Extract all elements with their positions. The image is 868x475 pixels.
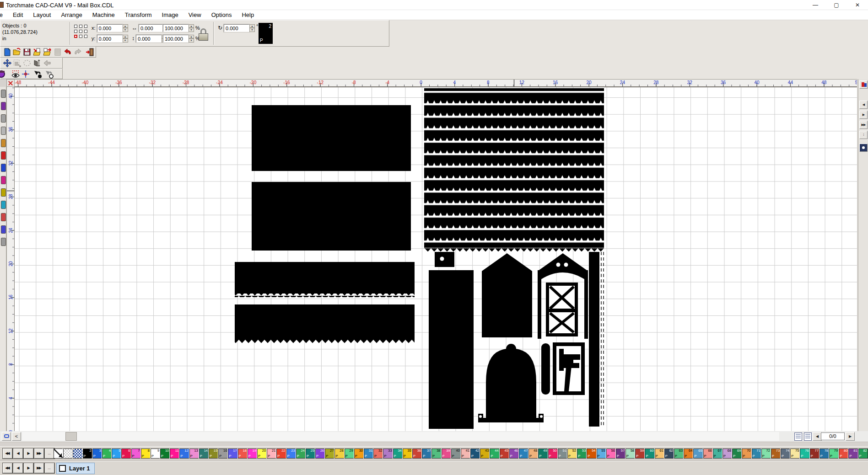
- new-file-icon[interactable]: [3, 48, 12, 57]
- left-tool-icon-clipped[interactable]: [1, 176, 6, 184]
- menu-file[interactable]: File: [0, 11, 8, 18]
- y-position-field[interactable]: [97, 35, 123, 43]
- anchor-cell[interactable]: [79, 30, 82, 33]
- palette-swatch-23[interactable]: 23P: [286, 448, 296, 459]
- palette-swatch-30[interactable]: 30P: [354, 448, 364, 459]
- skew-tool-disabled-icon[interactable]: [43, 59, 52, 68]
- left-tool-icon-clipped[interactable]: [1, 225, 6, 234]
- anchor-cell[interactable]: [79, 35, 82, 38]
- menu-edit[interactable]: Edit: [8, 11, 28, 18]
- palette-swatch-18[interactable]: 18P: [238, 448, 248, 459]
- x-spinner[interactable]: ▲▼: [123, 24, 128, 32]
- left-tool-icon-clipped[interactable]: [1, 90, 6, 98]
- palette-swatch-24[interactable]: 24P: [296, 448, 306, 459]
- palette-swatch-42[interactable]: 42P: [470, 448, 480, 459]
- shape-tall-post[interactable]: [429, 270, 474, 429]
- menu-layout[interactable]: Layout: [28, 11, 56, 18]
- close-button[interactable]: ✕: [847, 0, 868, 10]
- palette-swatch-61[interactable]: 61P: [655, 448, 664, 459]
- rotation-field[interactable]: [224, 24, 249, 32]
- palette-swatch-75[interactable]: 75P: [790, 448, 800, 459]
- anchor-cell[interactable]: [84, 25, 87, 28]
- palette-swatch-29[interactable]: 29P: [345, 448, 354, 459]
- menu-help[interactable]: Help: [237, 11, 259, 18]
- palette-swatch-47[interactable]: 47P: [519, 448, 528, 459]
- palette-swatch-5[interactable]: 5P: [112, 448, 121, 459]
- sheet-icon-2[interactable]: [804, 432, 812, 441]
- snap-grid-icon[interactable]: [21, 69, 30, 79]
- shape-flag-plate[interactable]: [553, 342, 585, 395]
- shape-narrow-bar[interactable]: [589, 252, 599, 427]
- shape-barn-arch-window[interactable]: [538, 253, 588, 339]
- palette-swatch-25[interactable]: 25P: [306, 448, 315, 459]
- palette-swatch-74[interactable]: 74P: [781, 448, 790, 459]
- palette-swatch-46[interactable]: 46P: [509, 448, 519, 459]
- palette-swatch-45[interactable]: 45P: [500, 448, 509, 459]
- ruler-origin-box[interactable]: [6, 79, 15, 87]
- layer-next-button[interactable]: ▶: [24, 463, 33, 473]
- palette-swatch-8[interactable]: 8P: [141, 448, 151, 459]
- undo-icon[interactable]: [63, 48, 72, 57]
- palette-swatch-20[interactable]: 20P: [257, 448, 267, 459]
- layer-first-button[interactable]: ◀◀: [3, 463, 12, 473]
- left-tool-icon-clipped[interactable]: [1, 127, 6, 135]
- palette-swatch-22[interactable]: 22P: [276, 448, 286, 459]
- palette-swatch-66[interactable]: 66P: [703, 448, 713, 459]
- palette-swatch-7[interactable]: 7P: [131, 448, 141, 459]
- palette-swatch-65[interactable]: 65P: [693, 448, 703, 459]
- palette-swatch-71[interactable]: 71P: [752, 448, 761, 459]
- scale-y-field[interactable]: [163, 35, 189, 43]
- palette-swatch-60[interactable]: 60P: [645, 448, 654, 459]
- palette-swatch-70[interactable]: 70P: [742, 448, 751, 459]
- palette-swatch-48[interactable]: 48P: [528, 448, 538, 459]
- horizontal-ruler[interactable]: -48-44-40-36-32-28-24-20-16-12-8-4048121…: [15, 79, 857, 87]
- palette-swatch-2[interactable]: 2P: [83, 448, 92, 459]
- palette-swatch-80[interactable]: 80P: [839, 448, 848, 459]
- left-tool-icon-clipped[interactable]: [1, 238, 6, 246]
- open-file-icon[interactable]: [12, 48, 22, 57]
- palette-swatch-33[interactable]: 33P: [383, 448, 393, 459]
- import-icon[interactable]: [32, 48, 42, 57]
- shape-fringe-rect-bottom[interactable]: [235, 304, 415, 343]
- palette-swatch-69[interactable]: 69P: [732, 448, 742, 459]
- ruler-settings-icon[interactable]: [859, 80, 868, 89]
- palette-swatch-43[interactable]: 43P: [480, 448, 490, 459]
- rotation-spinner[interactable]: ▲▼: [249, 24, 255, 32]
- palette-swatch-16[interactable]: 16P: [218, 448, 228, 459]
- x-position-field[interactable]: [97, 24, 123, 32]
- menu-machine[interactable]: Machine: [87, 11, 120, 18]
- lock-aspect-icon[interactable]: [198, 27, 210, 43]
- palette-swatch-28[interactable]: 28P: [334, 448, 344, 459]
- palette-swatch-41[interactable]: 41P: [461, 448, 470, 459]
- fill-color-pen-icon[interactable]: [33, 69, 42, 79]
- panel-last-button[interactable]: ▶▶: [859, 121, 868, 129]
- palette-swatch-4[interactable]: 4P: [102, 448, 112, 459]
- palette-swatch-52[interactable]: 52P: [567, 448, 577, 459]
- palette-swatch-68[interactable]: 68P: [722, 448, 732, 459]
- palette-swatch-checker[interactable]: [63, 448, 73, 459]
- shape-scalloped-strip-block[interactable]: [424, 88, 604, 251]
- layer-prev-button[interactable]: ◀: [13, 463, 23, 473]
- h-scrollbar-track[interactable]: [22, 432, 779, 441]
- sheet-icon-1[interactable]: [794, 432, 802, 441]
- shape-rounded-stick[interactable]: [541, 343, 550, 395]
- shape-pentagon-end[interactable]: [482, 253, 532, 337]
- palette-swatch-54[interactable]: 54P: [587, 448, 596, 459]
- palette-swatch-64[interactable]: 64P: [684, 448, 693, 459]
- palette-swatch-63[interactable]: 63P: [674, 448, 684, 459]
- palette-swatch-67[interactable]: 67P: [713, 448, 722, 459]
- palette-swatch-12[interactable]: 12P: [179, 448, 189, 459]
- palette-more-button[interactable]: ...: [45, 448, 54, 459]
- anchor-cell[interactable]: [74, 30, 77, 33]
- anchor-cell-selected[interactable]: [74, 35, 77, 38]
- palette-swatch-36[interactable]: 36P: [412, 448, 422, 459]
- left-tool-icon-clipped[interactable]: [1, 201, 6, 209]
- palette-swatch-31[interactable]: 31P: [364, 448, 373, 459]
- menu-options[interactable]: Options: [206, 11, 237, 18]
- y-spinner[interactable]: ▲▼: [123, 35, 128, 43]
- palette-swatch-58[interactable]: 58P: [625, 448, 635, 459]
- maximize-button[interactable]: ▢: [826, 0, 847, 10]
- panel-prev-button[interactable]: ◀: [859, 101, 868, 109]
- mirror-tool-icon[interactable]: [32, 59, 42, 68]
- shape-large-rect-bottom[interactable]: [252, 182, 411, 251]
